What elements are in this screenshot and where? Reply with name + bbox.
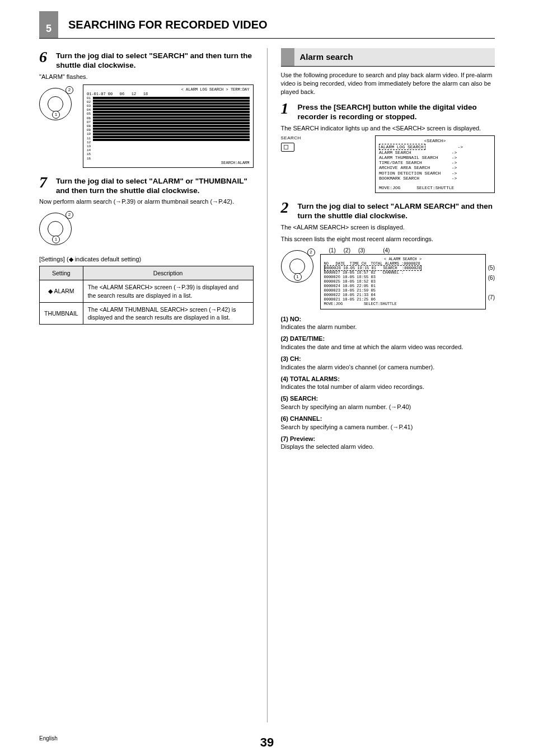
step-6-figures: 2 1 < ALARM LOG SEARCH > TERM:DAY 01-01-… — [39, 84, 254, 168]
table-head-setting: Setting — [40, 266, 83, 280]
callout-2-icon: 2 — [65, 86, 73, 94]
osd-alarm-search: < ALARM SEARCH > NO DATE TIME CH TOTAL A… — [320, 254, 486, 309]
callout-1-icon: 1 — [52, 111, 60, 119]
timeline-bars — [93, 96, 249, 161]
callout-2-icon: 2 — [307, 248, 315, 256]
footer-language: English — [39, 735, 58, 741]
top-callouts: (1) (2) (3) (4) — [329, 247, 495, 255]
definitions-list: (1) NO:Indicates the alarm number. (2) D… — [281, 315, 495, 452]
osd-search-menu: <SEARCH> ALARM LOG SEARCH -> ALARM SEARC… — [375, 135, 495, 193]
page-footer: English 39 — [39, 735, 495, 741]
step-number: 6 — [39, 48, 56, 71]
search-indicator-label: SEARCH — [281, 135, 301, 142]
page-header: 5 SEARCHING FOR RECORDED VIDEO — [39, 11, 495, 39]
step-1-note: The SEARCH indicator lights up and the <… — [281, 124, 495, 133]
step-2-figure: 2 1 (1) (2) (3) (4) < ALARM SEARCH > — [281, 247, 495, 309]
callout-2-icon: 2 — [65, 211, 73, 219]
step-title: Press the [SEARCH] button while the digi… — [298, 100, 495, 122]
jog-dial-illustration: 2 1 — [281, 250, 313, 283]
jog-dial-illustration: 2 1 — [39, 88, 72, 120]
chapter-number: 5 — [39, 11, 58, 38]
step-title: Turn the jog dial to select "ALARM SEARC… — [298, 199, 495, 221]
settings-caption: [Settings] (◆ indicates default setting) — [39, 255, 254, 264]
settings-table: Setting Description ◆ ALARM The <ALARM S… — [39, 266, 254, 325]
jog-dial-illustration: 2 1 — [39, 213, 72, 245]
callout-1-icon: 1 — [294, 273, 302, 281]
left-column: 6 Turn the jog dial to select "SEARCH" a… — [39, 48, 254, 722]
step-2: 2 Turn the jog dial to select "ALARM SEA… — [281, 199, 495, 221]
step-1-figure: SEARCH <SEARCH> ALARM LOG SEARCH -> ALAR… — [281, 135, 495, 193]
step-number: 1 — [281, 100, 298, 122]
side-callouts: (5) (6) (7) — [488, 254, 495, 309]
table-head-desc: Description — [83, 266, 253, 280]
table-row: ◆ ALARM The <ALARM SEARCH> screen (→P.39… — [40, 280, 254, 302]
step-7-figure: 2 1 — [39, 209, 254, 245]
osd-row-index: 01020304 05060708 09101112 13141516 — [87, 96, 91, 161]
step-7: 7 Turn the jog dial to select "ALARM" or… — [39, 173, 254, 196]
section-heading: Alarm search — [281, 48, 495, 67]
section-intro: Use the following procedure to search an… — [281, 71, 495, 96]
step-number: 7 — [39, 173, 56, 196]
search-indicator-icon — [281, 143, 294, 152]
callout-1-icon: 1 — [52, 236, 60, 243]
step-2-note-2: This screen lists the eight most recent … — [281, 235, 495, 243]
osd-alarm-log-search: < ALARM LOG SEARCH > TERM:DAY 01-01-07 0… — [83, 84, 254, 168]
step-title: Turn the jog dial to select "SEARCH" and… — [56, 48, 254, 71]
step-2-note-1: The <ALARM SEARCH> screen is displayed. — [281, 223, 495, 232]
step-6-note: "ALARM" flashes. — [39, 73, 254, 81]
page-number: 39 — [260, 735, 274, 750]
column-divider — [267, 48, 268, 722]
right-column: Alarm search Use the following procedure… — [281, 48, 495, 722]
step-1: 1 Press the [SEARCH] button while the di… — [281, 100, 495, 122]
step-7-note: Now perform alarm search (→P.39) or alar… — [39, 198, 254, 206]
step-title: Turn the jog dial to select "ALARM" or "… — [56, 173, 254, 196]
step-6: 6 Turn the jog dial to select "SEARCH" a… — [39, 48, 254, 71]
step-number: 2 — [281, 199, 298, 221]
table-row: THUMBNAIL The <ALARM THUMBNAIL SEARCH> s… — [40, 302, 254, 324]
chapter-title: SEARCHING FOR RECORDED VIDEO — [68, 11, 268, 38]
